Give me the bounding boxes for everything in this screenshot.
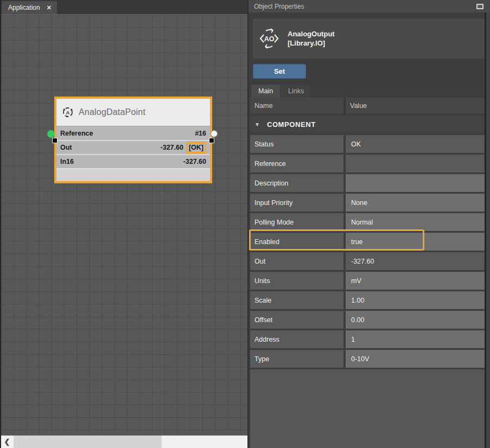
property-value[interactable] [346,174,485,192]
scroll-left-arrow-icon[interactable]: ❮ [1,436,13,448]
column-header-name: Name [250,98,343,114]
component-group-row[interactable]: ▼ COMPONENT [250,116,485,133]
table-empty-area [250,369,485,448]
block-slot-rows: Reference #16 Out -327.60 [OK] In16 -327… [56,126,210,168]
input-connector-dot[interactable] [47,130,55,138]
column-header-value: Value [346,98,485,114]
property-value[interactable]: OK [346,135,485,153]
property-name: Address [250,330,343,348]
tab-application[interactable]: Application ✕ [2,1,57,14]
tab-links[interactable]: Links [281,85,311,98]
analog-datapoint-icon: A [62,106,74,118]
horizontal-scrollbar-thumb[interactable] [14,436,162,448]
panel-title: Object Properties [254,3,476,10]
property-name: Status [250,135,343,153]
tab-main[interactable]: Main [251,85,280,98]
block-title: AnalogDataPoint [79,107,145,117]
property-value[interactable]: 0.00 [346,311,485,329]
property-row-units[interactable]: Units mV [250,272,485,290]
property-row-status[interactable]: Status OK [250,135,485,153]
property-row-out[interactable]: Out -327.60 [250,252,485,270]
property-value[interactable]: Normal [346,213,485,231]
property-row-address[interactable]: Address 1 [250,330,485,348]
slot-value: #16 [195,130,206,137]
object-library: [Library.IO] [288,39,335,48]
wiresheet-editor-pane: Application ✕ A AnalogDataPoint Refer [0,0,247,448]
wiresheet-canvas[interactable]: A AnalogDataPoint Reference #16 Out -327… [1,14,247,436]
property-value[interactable]: 1.00 [346,291,485,309]
property-name: Reference [250,155,343,172]
property-value[interactable]: 0-10V [346,350,485,368]
slot-value: -327.60 [161,144,183,151]
slot-name: In16 [60,158,74,165]
property-row-reference[interactable]: Reference [250,155,485,172]
set-button[interactable]: Set [253,64,306,79]
property-name: Out [250,252,343,270]
property-row-type[interactable]: Type 0-10V [250,350,485,368]
object-type-name: AnalogOutput [288,29,335,39]
property-name: Type [250,350,343,368]
block-row-out[interactable]: Out -327.60 [OK] [56,140,210,154]
property-row-scale[interactable]: Scale 1.00 [250,291,485,309]
editor-tabbar: Application ✕ [1,0,247,14]
svg-text:A: A [66,110,70,116]
property-name: Input Priority [250,194,343,212]
property-row-enabled[interactable]: Enabled true [250,233,485,251]
collapse-caret-icon[interactable]: ▼ [254,121,260,127]
block-row-in16[interactable]: In16 -327.60 [56,154,210,168]
property-table-header: Name Value [250,98,485,114]
property-value[interactable]: 1 [346,330,485,348]
slot-name: Out [60,144,72,151]
block-header[interactable]: A AnalogDataPoint [56,99,210,126]
property-value[interactable]: mV [346,272,485,290]
property-name: Scale [250,291,343,309]
property-value[interactable] [346,155,485,172]
property-name: Polling Mode [250,213,343,231]
panel-right-scroll-strip [485,12,490,448]
property-value[interactable]: None [346,194,485,212]
analog-output-icon: AO [258,28,280,49]
property-name: Description [250,174,343,192]
property-table: Name Value ▼ COMPONENT Status OK Referen… [250,98,485,448]
property-name: Offset [250,311,343,329]
component-group-label: COMPONENT [267,120,316,129]
property-row-polling-mode[interactable]: Polling Mode Normal [250,213,485,231]
panel-titlebar: Object Properties [249,0,490,12]
property-row-description[interactable]: Description [250,174,485,192]
property-name: Enabled [250,233,343,251]
slot-name: Reference [60,130,93,137]
property-value[interactable]: true [346,233,485,251]
tab-close-icon[interactable]: ✕ [47,4,52,11]
property-value[interactable]: -327.60 [346,252,485,270]
property-rows: Status OK Reference Description Input Pr… [250,135,485,368]
property-row-input-priority[interactable]: Input Priority None [250,194,485,212]
dock-window-icon[interactable] [476,4,483,9]
horizontal-scrollbar[interactable]: ❮ [1,436,247,448]
output-connector-dot[interactable] [211,130,218,137]
selection-handle-left[interactable] [52,138,58,143]
block-empty-row [56,168,210,181]
status-ok-badge: [OK] [186,142,206,153]
selection-handle-right[interactable] [209,138,214,143]
analog-output-icon-text: AO [264,35,275,43]
panel-tabs: Main Links [251,85,490,98]
selected-object-text: AnalogOutput [Library.IO] [288,29,335,48]
analog-datapoint-block[interactable]: A AnalogDataPoint Reference #16 Out -327… [54,97,212,183]
slot-value: -327.60 [183,158,206,165]
object-properties-panel: Object Properties AO AnalogOutput [Libra… [249,0,490,448]
tab-application-label: Application [8,4,40,11]
selected-object-card: AO AnalogOutput [Library.IO] [253,18,485,59]
block-row-reference[interactable]: Reference #16 [56,126,210,140]
property-name: Units [250,272,343,290]
application-window: Application ✕ A AnalogDataPoint Refer [0,0,490,448]
property-row-offset[interactable]: Offset 0.00 [250,311,485,329]
